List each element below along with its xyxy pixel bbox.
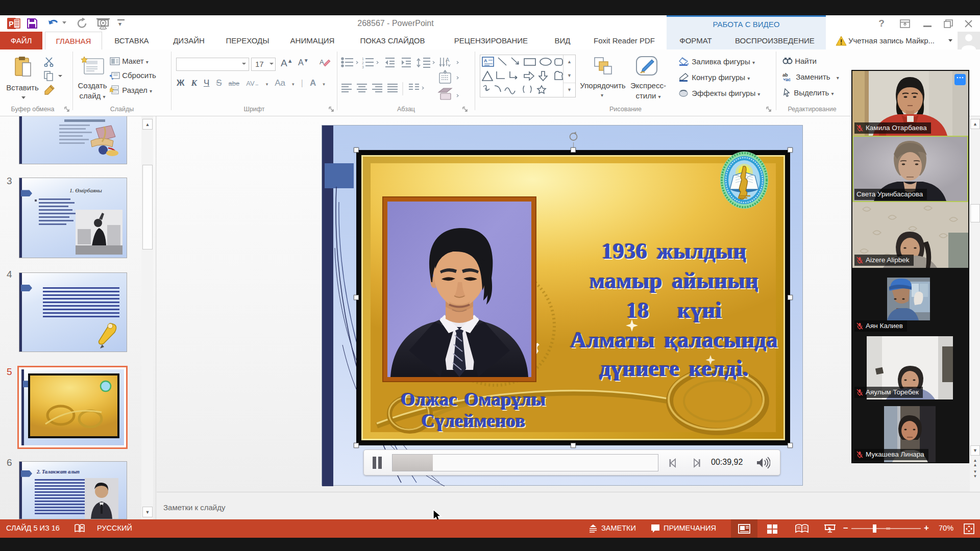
svg-text:3: 3 xyxy=(362,65,364,69)
svg-text:A: A xyxy=(484,58,487,63)
svg-text:2: 2 xyxy=(362,61,364,65)
svg-text:1: 1 xyxy=(362,57,364,61)
svg-text:A: A xyxy=(446,57,450,63)
svg-text:ac: ac xyxy=(786,77,791,82)
